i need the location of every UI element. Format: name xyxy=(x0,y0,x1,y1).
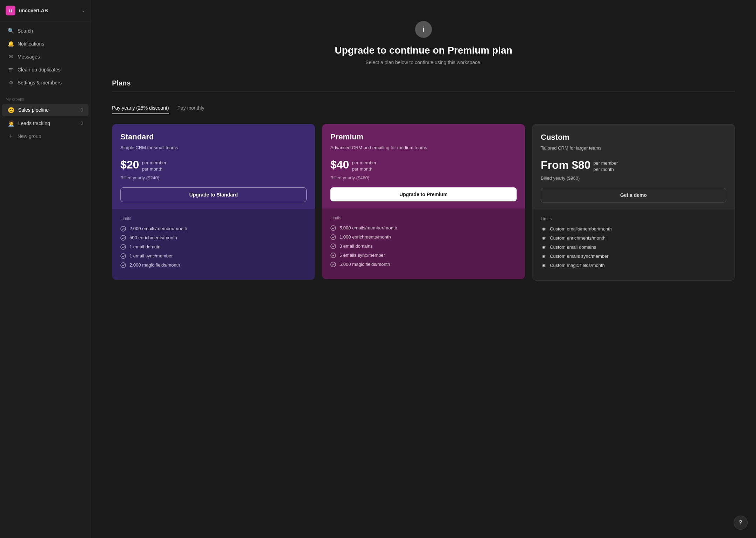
upgrade-subtitle: Select a plan below to continue using th… xyxy=(112,60,735,65)
plan-standard-per-line2: per month xyxy=(142,166,166,172)
sales-pipeline-count: 0 xyxy=(77,108,83,112)
sidebar-item-sales-pipeline[interactable]: 😊 Sales pipeline 0 xyxy=(2,104,89,116)
check-circle-icon xyxy=(120,244,126,250)
sidebar-item-messages[interactable]: ✉ Messages xyxy=(2,50,89,63)
sidebar-item-clean-label: Clean up duplicates xyxy=(18,67,61,73)
sidebar-item-settings-label: Settings & members xyxy=(18,80,62,85)
plan-card-custom: Custom Tailored CRM for larger teams Fro… xyxy=(532,124,735,281)
plan-standard-billed: Billed yearly ($240) xyxy=(120,175,307,180)
plan-custom-name: Custom xyxy=(541,133,726,142)
plan-custom-per-line1: per member xyxy=(593,160,618,166)
limit-item: Custom enrichments/month xyxy=(541,235,726,241)
limit-text: 1 email domain xyxy=(130,244,160,249)
sales-pipeline-label: Sales pipeline xyxy=(18,107,74,113)
limit-item: 2,000 magic fields/month xyxy=(120,262,307,268)
plan-custom-per-line2: per month xyxy=(593,166,618,173)
upgrade-title: Upgrade to continue on Premium plan xyxy=(112,45,735,56)
get-demo-button[interactable]: Get a demo xyxy=(541,188,726,202)
limit-text: 5,000 magic fields/month xyxy=(340,262,390,267)
plan-standard-price-row: $20 per member per month xyxy=(120,158,307,172)
upgrade-to-standard-button[interactable]: Upgrade to Standard xyxy=(120,187,307,202)
limit-text: 1 email sync/member xyxy=(130,253,173,258)
plan-custom-limits-title: Limits xyxy=(541,216,726,221)
plan-card-standard: Standard Simple CRM for small teams $20 … xyxy=(112,124,315,280)
plan-standard-description: Simple CRM for small teams xyxy=(120,144,307,151)
svg-rect-2 xyxy=(9,71,12,71)
sidebar-item-notifications-label: Notifications xyxy=(18,41,44,47)
plan-standard-price: $20 xyxy=(120,158,139,171)
limit-item: 1 email sync/member xyxy=(120,253,307,259)
limit-item: Custom emails/member/month xyxy=(541,226,726,232)
message-icon: ✉ xyxy=(8,54,14,60)
plan-custom-price: From $80 xyxy=(541,159,590,172)
plan-premium-price-row: $40 per member per month xyxy=(330,158,517,172)
svg-point-8 xyxy=(331,226,336,230)
svg-point-6 xyxy=(121,254,126,258)
help-button[interactable]: ? xyxy=(734,516,748,530)
svg-point-4 xyxy=(121,235,126,240)
gear-icon xyxy=(541,254,546,259)
upgrade-to-premium-button[interactable]: Upgrade to Premium xyxy=(330,187,517,201)
leads-tracking-label: Leads tracking xyxy=(18,120,74,126)
plan-custom-limits: Limits Custom emails/member/month Custom… xyxy=(532,209,735,280)
limit-text: Custom emails/member/month xyxy=(550,226,612,232)
plan-card-premium: Premium Advanced CRM and emailing for me… xyxy=(322,124,525,279)
check-circle-icon xyxy=(330,243,336,249)
svg-rect-0 xyxy=(9,68,13,69)
plans-grid: Standard Simple CRM for small teams $20 … xyxy=(112,124,735,281)
plans-section: Plans Pay yearly (25% discount) Pay mont… xyxy=(112,79,735,281)
workspace-chevron-icon: ⌄ xyxy=(82,8,85,13)
sidebar-item-clean-duplicates[interactable]: Clean up duplicates xyxy=(2,63,89,76)
sidebar-item-notifications[interactable]: 🔔 Notifications xyxy=(2,37,89,50)
main-content: i Upgrade to continue on Premium plan Se… xyxy=(91,0,756,538)
limit-item: 500 enrichments/month xyxy=(120,235,307,241)
limit-text: Custom magic fields/month xyxy=(550,263,605,268)
billing-tab-yearly[interactable]: Pay yearly (25% discount) xyxy=(112,102,169,114)
check-circle-icon xyxy=(330,262,336,267)
plan-custom-price-meta: per member per month xyxy=(593,159,618,173)
leads-tracking-emoji: 🧑‍💼 xyxy=(8,120,15,127)
svg-point-3 xyxy=(121,226,126,231)
limit-text: 1,000 enrichments/month xyxy=(340,234,391,240)
limit-text: 2,000 emails/member/month xyxy=(130,226,187,231)
upgrade-header: i Upgrade to continue on Premium plan Se… xyxy=(112,14,735,65)
plan-standard-top: Standard Simple CRM for small teams $20 … xyxy=(112,124,315,209)
limit-item: Custom emails sync/member xyxy=(541,254,726,259)
check-circle-icon xyxy=(120,253,126,259)
svg-point-11 xyxy=(331,253,336,258)
plans-divider xyxy=(112,91,735,92)
limit-item: 5,000 emails/member/month xyxy=(330,225,517,231)
plan-custom-price-row: From $80 per member per month xyxy=(541,159,726,173)
svg-point-5 xyxy=(121,244,126,249)
limit-text: 500 enrichments/month xyxy=(130,235,177,240)
billing-tab-monthly[interactable]: Pay monthly xyxy=(177,102,204,114)
workspace-header[interactable]: u uncoverLAB ⌄ xyxy=(0,0,91,21)
search-icon: 🔍 xyxy=(8,28,14,34)
limit-item: 1 email domain xyxy=(120,244,307,250)
plan-premium-price-meta: per member per month xyxy=(352,158,376,172)
check-circle-icon xyxy=(330,225,336,231)
check-circle-icon xyxy=(120,262,126,268)
plus-icon: + xyxy=(8,133,14,139)
plan-premium-top: Premium Advanced CRM and emailing for me… xyxy=(322,124,525,208)
plan-standard-per-line1: per member xyxy=(142,160,166,166)
plan-custom-billed: Billed yearly ($960) xyxy=(541,175,726,181)
bell-icon: 🔔 xyxy=(8,41,14,47)
sidebar: u uncoverLAB ⌄ 🔍 Search 🔔 Notifications … xyxy=(0,0,91,538)
sidebar-item-search[interactable]: 🔍 Search xyxy=(2,25,89,37)
gear-icon xyxy=(541,244,546,250)
new-group-button[interactable]: + New group xyxy=(2,130,89,142)
plan-premium-description: Advanced CRM and emailing for medium tea… xyxy=(330,144,517,151)
info-icon: i xyxy=(415,21,432,38)
sidebar-item-messages-label: Messages xyxy=(18,54,40,60)
sidebar-item-search-label: Search xyxy=(18,28,33,34)
new-group-label: New group xyxy=(18,133,41,139)
sidebar-item-settings[interactable]: ⚙ Settings & members xyxy=(2,76,89,89)
gear-icon xyxy=(541,226,546,232)
svg-rect-1 xyxy=(9,70,12,70)
sidebar-item-leads-tracking[interactable]: 🧑‍💼 Leads tracking 0 xyxy=(2,117,89,130)
limit-item: 3 email domains xyxy=(330,243,517,249)
workspace-name: uncoverLAB xyxy=(19,8,48,13)
limit-item: 5,000 magic fields/month xyxy=(330,262,517,267)
leads-tracking-count: 0 xyxy=(77,121,83,126)
